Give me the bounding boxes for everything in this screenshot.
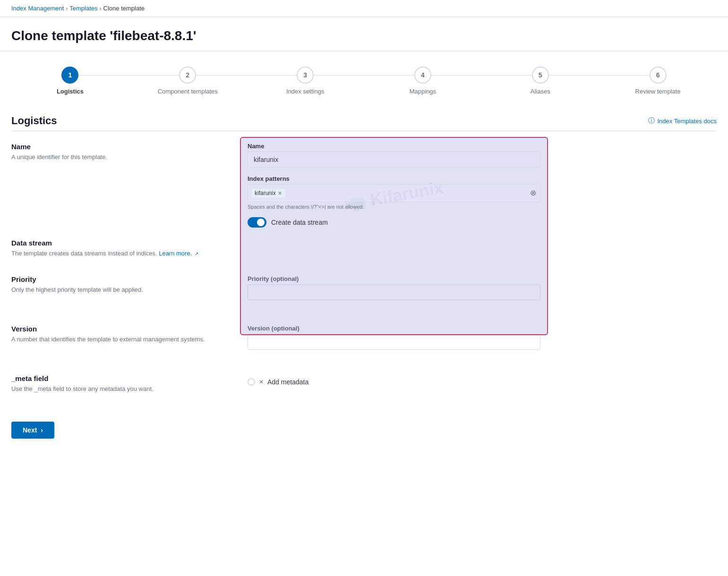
meta-add-label: Add metadata bbox=[267, 378, 308, 386]
tags-input-wrapper[interactable]: kifarunix ✕ ⊗ bbox=[248, 184, 540, 202]
breadcrumb-clone-template: Clone template bbox=[103, 5, 145, 12]
meta-description: _meta field Use the _meta field to store… bbox=[11, 374, 248, 394]
tag-kifarunix: kifarunix ✕ bbox=[252, 189, 285, 197]
breadcrumb-separator-2: › bbox=[100, 5, 102, 12]
name-highlight-content: Name Index patterns kifarunix ✕ ⊗ Spaces… bbox=[248, 143, 540, 228]
name-label: Name bbox=[248, 143, 540, 150]
data-stream-description: Data stream The template creates data st… bbox=[11, 239, 248, 258]
priority-field-subtitle: Only the highest priority template will … bbox=[11, 285, 238, 295]
version-label: Version (optional) bbox=[248, 325, 540, 332]
page-header: Clone template 'filebeat-8.8.1' bbox=[0, 17, 728, 51]
logistics-section-title: Logistics bbox=[11, 115, 57, 127]
data-stream-toggle[interactable] bbox=[248, 217, 266, 228]
version-field-subtitle: A number that identifies the template to… bbox=[11, 335, 238, 344]
step-logistics[interactable]: 1 Logistics bbox=[11, 67, 129, 96]
data-stream-row: Data stream The template creates data st… bbox=[11, 239, 717, 262]
page-title: Clone template 'filebeat-8.8.1' bbox=[11, 28, 717, 43]
step-component-templates[interactable]: 2 Component templates bbox=[129, 67, 247, 96]
step-circle-6: 6 bbox=[650, 67, 667, 84]
breadcrumb-index-management[interactable]: Index Management bbox=[11, 5, 64, 12]
meta-toggle-row: ✕ Add metadata bbox=[248, 378, 540, 386]
version-field-row: Version A number that identifies the tem… bbox=[11, 325, 717, 361]
step-mappings[interactable]: 4 Mappings bbox=[364, 67, 482, 96]
index-patterns-label: Index patterns bbox=[248, 175, 540, 182]
version-input-container: Version (optional) bbox=[248, 325, 540, 357]
step-circle-5: 5 bbox=[532, 67, 549, 84]
step-circle-3: 3 bbox=[297, 67, 314, 84]
priority-field-title: Priority bbox=[11, 275, 238, 283]
data-stream-subtitle: The template creates data streams instea… bbox=[11, 249, 238, 258]
name-field-row: Name A unique identifier for this templa… bbox=[11, 143, 717, 235]
next-arrow-icon: › bbox=[41, 426, 43, 434]
external-link-icon: ↗ bbox=[195, 251, 198, 256]
data-stream-title: Data stream bbox=[11, 239, 238, 247]
name-field-subtitle: A unique identifier for this template. bbox=[11, 152, 238, 162]
priority-input[interactable] bbox=[248, 284, 540, 300]
priority-input-container: Priority (optional) bbox=[248, 275, 540, 308]
priority-form-group: Priority (optional) bbox=[248, 275, 540, 300]
priority-label: Priority (optional) bbox=[248, 275, 540, 282]
meta-field-title: _meta field bbox=[11, 374, 238, 382]
step-label-index-settings: Index settings bbox=[286, 87, 324, 96]
data-stream-toggle-label: Create data stream bbox=[271, 219, 328, 226]
version-description: Version A number that identifies the tem… bbox=[11, 325, 248, 344]
index-patterns-form-group: Index patterns kifarunix ✕ ⊗ Spaces and … bbox=[248, 175, 540, 210]
step-label-aliases: Aliases bbox=[531, 87, 550, 96]
version-form-group: Version (optional) bbox=[248, 325, 540, 350]
name-description: Name A unique identifier for this templa… bbox=[11, 143, 248, 162]
next-button[interactable]: Next › bbox=[11, 422, 54, 439]
step-label-mappings: Mappings bbox=[410, 87, 436, 96]
meta-x-icon: ✕ bbox=[259, 379, 264, 385]
name-field-title: Name bbox=[11, 143, 238, 151]
name-form-group: Name bbox=[248, 143, 540, 168]
footer-actions: Next › bbox=[0, 410, 728, 450]
priority-description: Priority Only the highest priority templ… bbox=[11, 275, 248, 295]
step-label-component-templates: Component templates bbox=[158, 87, 218, 96]
meta-radio[interactable] bbox=[248, 378, 255, 386]
name-input[interactable] bbox=[248, 152, 540, 168]
docs-link[interactable]: ⓘ Index Templates docs bbox=[648, 117, 717, 125]
step-label-review-template: Review template bbox=[635, 87, 681, 96]
step-review-template[interactable]: 6 Review template bbox=[599, 67, 717, 96]
step-label-logistics: Logistics bbox=[57, 87, 84, 96]
breadcrumb-separator-1: › bbox=[66, 5, 68, 12]
meta-field-row: _meta field Use the _meta field to store… bbox=[11, 374, 717, 398]
step-aliases[interactable]: 5 Aliases bbox=[481, 67, 599, 96]
circle-info-icon: ⓘ bbox=[648, 117, 655, 125]
step-circle-4: 4 bbox=[414, 67, 431, 84]
tag-close-kifarunix[interactable]: ✕ bbox=[278, 191, 282, 196]
toggle-slider bbox=[248, 217, 266, 228]
data-stream-toggle-row: Create data stream bbox=[248, 217, 540, 228]
logistics-top-row: Logistics ⓘ Index Templates docs bbox=[11, 115, 717, 131]
tags-clear-all[interactable]: ⊗ bbox=[530, 189, 536, 197]
meta-field-subtitle: Use the _meta field to store any metadat… bbox=[11, 384, 238, 394]
step-circle-1: 1 bbox=[61, 67, 78, 84]
index-patterns-hint: Spaces and the characters \/?"<>| are no… bbox=[248, 204, 540, 210]
version-input[interactable] bbox=[248, 334, 540, 350]
version-field-title: Version bbox=[11, 325, 238, 333]
name-input-container: 🦏 Kifarunix Name Index patterns kifaruni… bbox=[248, 143, 540, 231]
breadcrumb: Index Management › Templates › Clone tem… bbox=[0, 0, 728, 17]
learn-more-link[interactable]: Learn more. ↗ bbox=[159, 250, 198, 257]
priority-field-row: Priority Only the highest priority templ… bbox=[11, 275, 717, 312]
step-index-settings[interactable]: 3 Index settings bbox=[247, 67, 364, 96]
meta-input-container: ✕ Add metadata bbox=[248, 374, 540, 386]
breadcrumb-templates[interactable]: Templates bbox=[69, 5, 97, 12]
step-circle-2: 2 bbox=[179, 67, 196, 84]
stepper: 1 Logistics 2 Component templates 3 Inde… bbox=[0, 51, 728, 107]
logistics-section: Logistics ⓘ Index Templates docs Name A … bbox=[0, 107, 728, 397]
